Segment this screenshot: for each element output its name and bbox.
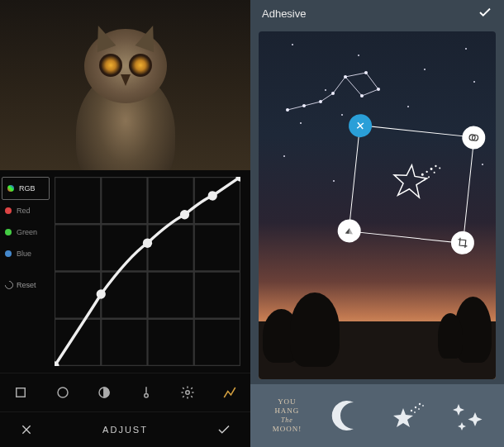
close-icon xyxy=(354,119,366,131)
svg-point-20 xyxy=(186,391,190,395)
channel-green-label: Green xyxy=(17,228,37,236)
svg-point-46 xyxy=(422,405,424,407)
channel-blue-label: Blue xyxy=(17,250,31,258)
image-preview xyxy=(0,0,250,170)
crescent-moon-icon xyxy=(329,397,365,434)
reset-icon xyxy=(3,279,15,291)
svg-point-11 xyxy=(97,289,106,298)
adjust-tool[interactable] xyxy=(89,378,119,407)
channel-red-label: Red xyxy=(17,207,31,215)
sticker-flip-handle[interactable] xyxy=(336,218,362,244)
settings-tool[interactable] xyxy=(173,378,202,407)
svg-point-41 xyxy=(411,410,412,411)
sticker-blend-handle[interactable] xyxy=(461,125,487,150)
svg-point-33 xyxy=(435,165,437,168)
svg-point-32 xyxy=(430,168,432,170)
svg-point-36 xyxy=(439,167,440,169)
svg-point-45 xyxy=(418,408,420,410)
circle-icon xyxy=(55,385,70,400)
flip-icon xyxy=(343,225,355,237)
close-icon xyxy=(20,423,33,436)
svg-rect-16 xyxy=(17,388,26,397)
svg-point-35 xyxy=(434,172,435,174)
red-swatch-icon xyxy=(5,207,12,214)
svg-point-14 xyxy=(208,191,217,200)
blue-swatch-icon xyxy=(5,250,12,257)
tree-silhouette xyxy=(438,313,463,359)
contrast-icon xyxy=(97,385,112,400)
svg-point-19 xyxy=(145,393,149,397)
svg-point-30 xyxy=(421,174,424,176)
check-icon xyxy=(216,422,231,437)
shooting-star-icon xyxy=(387,397,428,434)
crop-icon xyxy=(456,236,468,249)
svg-point-44 xyxy=(414,411,416,413)
channel-list: RGB Red Green Blue Reset xyxy=(0,170,51,373)
rgb-swatch-icon xyxy=(7,185,14,192)
apply-button[interactable] xyxy=(478,5,492,22)
svg-point-23 xyxy=(319,100,322,103)
check-icon xyxy=(478,5,492,20)
constellation-icon xyxy=(283,64,399,122)
svg-point-26 xyxy=(364,71,368,74)
channel-blue[interactable]: Blue xyxy=(0,243,51,264)
crop-icon xyxy=(13,385,28,400)
sticker-sparkles[interactable] xyxy=(443,391,492,440)
svg-point-22 xyxy=(302,104,306,107)
channel-green[interactable]: Green xyxy=(0,221,51,243)
sparkles-icon xyxy=(449,397,487,434)
channel-rgb[interactable]: RGB xyxy=(2,177,50,200)
shooting-star-sticker[interactable] xyxy=(376,152,448,216)
curves-icon xyxy=(222,385,237,400)
crop-tool[interactable] xyxy=(6,378,36,407)
sticker-crescent-moon[interactable] xyxy=(322,391,372,440)
svg-point-25 xyxy=(344,75,347,78)
svg-point-13 xyxy=(180,210,189,219)
bottom-bar: ADJUST xyxy=(0,411,250,447)
svg-point-42 xyxy=(415,407,416,408)
text-sticker-label: YOUHANGTheMOON! xyxy=(273,397,302,434)
svg-point-12 xyxy=(143,238,152,247)
curve-grid[interactable] xyxy=(55,177,240,366)
sticker-tray: YOUHANGTheMOON! xyxy=(250,384,504,447)
curves-tool[interactable] xyxy=(215,378,245,407)
channel-rgb-label: RGB xyxy=(19,184,36,193)
svg-marker-29 xyxy=(392,164,429,198)
svg-point-31 xyxy=(426,171,428,174)
reset-label: Reset xyxy=(17,281,36,289)
sticker-selection-box[interactable] xyxy=(349,125,475,244)
overlap-circles-icon xyxy=(468,131,480,144)
svg-marker-40 xyxy=(393,408,413,427)
green-swatch-icon xyxy=(5,229,12,235)
vignette-tool[interactable] xyxy=(48,378,78,407)
svg-point-17 xyxy=(58,388,68,397)
photo-editor-left: RGB Red Green Blue Reset xyxy=(0,0,250,447)
thermometer-icon xyxy=(139,385,154,400)
tool-row xyxy=(0,373,250,411)
svg-point-27 xyxy=(377,88,380,91)
owl-photo xyxy=(68,29,183,169)
header-title: Adhesive xyxy=(262,7,306,20)
confirm-button[interactable] xyxy=(212,418,235,441)
svg-point-43 xyxy=(419,403,421,405)
svg-point-28 xyxy=(360,94,364,97)
sticker-shooting-star[interactable] xyxy=(383,391,432,440)
temperature-tool[interactable] xyxy=(131,378,161,407)
gear-icon xyxy=(180,385,195,400)
sticker-text-moon[interactable]: YOUHANGTheMOON! xyxy=(262,391,311,440)
svg-point-21 xyxy=(286,108,289,112)
tree-silhouette xyxy=(290,292,340,367)
mode-title: ADJUST xyxy=(102,425,148,435)
reset-button[interactable]: Reset xyxy=(0,273,51,297)
sticker-scale-handle[interactable] xyxy=(450,230,476,255)
right-header: Adhesive xyxy=(250,0,504,26)
curves-editor: RGB Red Green Blue Reset xyxy=(0,170,250,373)
svg-point-34 xyxy=(428,176,430,178)
sticker-canvas[interactable] xyxy=(259,31,496,379)
cancel-button[interactable] xyxy=(15,418,38,441)
channel-red[interactable]: Red xyxy=(0,200,51,221)
svg-point-24 xyxy=(331,92,335,95)
sticker-editor-right: Adhesive xyxy=(250,0,504,447)
